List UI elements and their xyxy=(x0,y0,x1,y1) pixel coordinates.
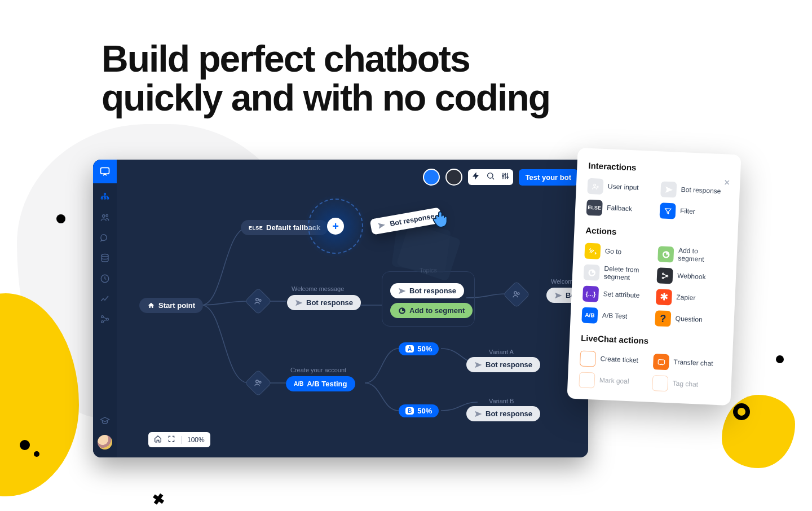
node-bot-response-2[interactable]: Bot response xyxy=(390,283,464,298)
search-icon[interactable] xyxy=(486,171,495,183)
drag-card-label: Bot response xyxy=(389,212,435,228)
bg-dot xyxy=(776,355,784,363)
item-question[interactable]: ? Question xyxy=(655,310,723,329)
item-fallback[interactable]: ELSE Fallback xyxy=(586,200,655,218)
item-bot-response[interactable]: Bot response xyxy=(660,181,729,200)
svg-point-13 xyxy=(259,299,261,301)
item-zapier[interactable]: ✱ Zapier xyxy=(656,289,724,307)
svg-point-7 xyxy=(102,254,108,257)
flow-canvas[interactable]: Start point ELSE Default fallback + Welc… xyxy=(117,160,588,457)
ticket-icon xyxy=(580,350,596,367)
chip-label: Add to segment xyxy=(409,306,465,315)
nav-ai-icon[interactable] xyxy=(100,233,110,245)
zoom-controls: 100% xyxy=(148,432,210,447)
node-label: Start point xyxy=(158,301,195,310)
node-ab-testing[interactable]: A/B A/B Testing xyxy=(286,376,355,391)
segment-icon xyxy=(657,246,674,262)
nav-integrations-icon[interactable] xyxy=(100,314,110,327)
node-bot-response-1[interactable]: Bot response xyxy=(287,295,361,310)
node-bot-response-va[interactable]: Bot response xyxy=(466,357,540,372)
svg-point-22 xyxy=(593,184,595,186)
node-variant-b[interactable]: B 50% xyxy=(399,404,439,417)
variant-percent: 50% xyxy=(417,407,432,415)
filter-icon xyxy=(660,202,676,219)
test-bot-button[interactable]: Test your bot xyxy=(519,169,578,186)
svg-point-21 xyxy=(506,177,508,178)
svg-point-25 xyxy=(662,277,664,279)
svg-point-1 xyxy=(104,193,106,195)
nav-users-icon[interactable] xyxy=(100,213,110,225)
item-set-attribute[interactable]: {...} Set attribute xyxy=(582,286,651,305)
svg-point-14 xyxy=(514,292,517,294)
panel-section-title: Actions xyxy=(585,226,727,241)
panel-section-title: Interactions xyxy=(588,161,730,177)
node-decision-account[interactable] xyxy=(245,369,272,397)
svg-point-4 xyxy=(107,197,109,199)
variant-badge: B xyxy=(405,407,414,415)
panel-section-title: LiveChat actions xyxy=(581,333,722,349)
bg-dot xyxy=(56,214,65,223)
node-bot-response-vb[interactable]: Bot response xyxy=(466,406,540,421)
ab-icon: A/B xyxy=(581,307,598,323)
item-add-segment[interactable]: Add to segment xyxy=(657,246,726,265)
hand-cursor-icon xyxy=(429,208,449,228)
segment-delete-icon xyxy=(584,265,600,281)
webhook-icon xyxy=(656,267,673,284)
bg-blob-yellow-2 xyxy=(722,395,795,468)
variant-a-label: Variant A xyxy=(489,349,514,355)
svg-point-19 xyxy=(502,175,503,177)
question-icon: ? xyxy=(655,310,671,327)
chip-label: Bot response xyxy=(486,360,532,369)
item-filter[interactable]: Filter xyxy=(660,202,728,221)
svg-point-20 xyxy=(504,174,505,175)
node-start-point[interactable]: Start point xyxy=(139,298,203,313)
variant-b-label: Variant B xyxy=(489,398,514,404)
collaborator-avatar[interactable] xyxy=(445,169,462,186)
item-ab-test[interactable]: A/B A/B Test xyxy=(581,307,650,325)
goal-icon xyxy=(579,372,595,388)
zapier-icon: ✱ xyxy=(656,289,672,305)
svg-point-18 xyxy=(487,173,492,178)
app-logo[interactable] xyxy=(93,160,117,183)
nav-data-icon[interactable] xyxy=(100,253,110,266)
svg-point-2 xyxy=(101,197,103,199)
nav-history-icon[interactable] xyxy=(100,274,110,286)
welcome-right-label: Welcom xyxy=(551,278,573,285)
brackets-icon: {...} xyxy=(582,286,599,302)
svg-point-3 xyxy=(104,197,106,199)
node-variant-a[interactable]: A 50% xyxy=(399,342,439,355)
item-webhook[interactable]: Webhook xyxy=(656,267,725,286)
add-node-button[interactable]: + xyxy=(327,218,344,235)
bg-dot xyxy=(20,440,30,450)
close-icon[interactable]: × xyxy=(723,177,730,188)
item-create-ticket[interactable]: Create ticket xyxy=(580,350,648,369)
fit-screen-icon[interactable] xyxy=(167,435,175,444)
chip-label: A/B Testing xyxy=(307,380,347,388)
user-input-icon xyxy=(587,178,603,195)
home-zoom-icon[interactable] xyxy=(154,435,162,444)
node-decision-2[interactable] xyxy=(503,281,530,308)
bolt-icon[interactable] xyxy=(471,171,480,183)
topbar: Test your bot xyxy=(423,169,578,186)
bg-dot xyxy=(34,451,39,457)
settings-sliders-icon[interactable] xyxy=(501,171,510,183)
item-delete-segment[interactable]: Delete from segment xyxy=(584,265,652,283)
item-go-to[interactable]: Go to xyxy=(584,243,652,262)
svg-rect-29 xyxy=(657,381,664,386)
nav-flow-icon[interactable] xyxy=(100,192,110,205)
bg-ring xyxy=(733,403,750,420)
item-user-input[interactable]: User input xyxy=(587,178,655,197)
svg-rect-0 xyxy=(101,168,109,174)
nav-analytics-icon[interactable] xyxy=(100,294,110,306)
collaborator-avatar[interactable] xyxy=(423,169,440,186)
nav-avatar[interactable] xyxy=(98,435,112,450)
nav-learn-icon[interactable] xyxy=(100,416,110,428)
page-headline: Build perfect chatbots quickly and with … xyxy=(102,39,550,117)
toolbar xyxy=(468,169,513,185)
item-tag-chat[interactable]: Tag chat xyxy=(652,375,720,394)
create-account-label: Create your account xyxy=(290,367,346,373)
item-transfer-chat[interactable]: Transfer chat xyxy=(653,354,721,372)
node-add-to-segment[interactable]: Add to segment xyxy=(390,303,473,318)
item-mark-goal[interactable]: Mark goal xyxy=(579,372,647,390)
node-decision-welcome[interactable] xyxy=(245,288,272,315)
